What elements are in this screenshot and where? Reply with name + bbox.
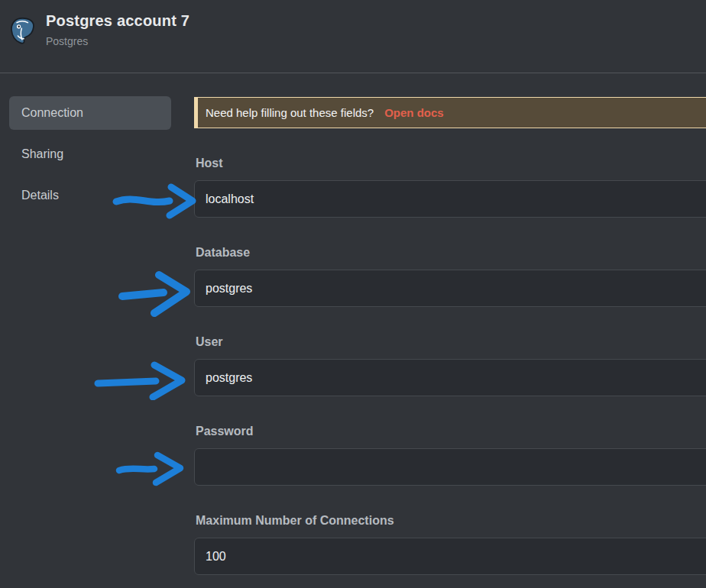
user-field-group: User	[194, 335, 706, 396]
password-input[interactable]	[194, 448, 706, 486]
sidebar-item-details[interactable]: Details	[9, 179, 171, 212]
help-banner-text: Need help filling out these fields?	[206, 106, 374, 119]
password-label: Password	[196, 425, 706, 438]
page-title: Postgres account 7	[46, 12, 189, 30]
user-label: User	[196, 335, 706, 349]
host-input[interactable]	[194, 180, 706, 218]
max-connections-input[interactable]	[194, 538, 706, 575]
open-docs-link[interactable]: Open docs	[384, 106, 444, 119]
help-banner: Need help filling out these fields? Open…	[194, 97, 706, 128]
database-input[interactable]	[194, 270, 706, 307]
host-label: Host	[196, 157, 706, 170]
sidebar-item-connection[interactable]: Connection	[9, 96, 171, 130]
database-field-group: Database	[194, 246, 706, 307]
annotation-arrow-database-icon	[116, 269, 193, 318]
settings-sidebar: Connection Sharing Details	[9, 96, 171, 220]
host-field-group: Host	[194, 157, 706, 218]
connection-form: Need help filling out these fields? Open…	[194, 73, 706, 575]
annotation-arrow-user-icon	[92, 360, 191, 400]
sidebar-item-label: Details	[21, 189, 59, 202]
password-field-group: Password	[194, 425, 706, 486]
user-input[interactable]	[194, 359, 706, 396]
max-connections-label: Maximum Number of Connections	[196, 514, 706, 528]
annotation-arrow-password-icon	[115, 449, 191, 487]
page-subtitle: Postgres	[46, 35, 189, 47]
sidebar-item-label: Connection	[21, 106, 83, 120]
account-header: Postgres account 7 Postgres	[0, 0, 706, 73]
sidebar-item-sharing[interactable]: Sharing	[9, 137, 171, 171]
max-connections-field-group: Maximum Number of Connections	[194, 514, 706, 575]
postgresql-elephant-icon	[8, 16, 37, 45]
database-label: Database	[196, 246, 706, 260]
sidebar-item-label: Sharing	[21, 147, 63, 161]
